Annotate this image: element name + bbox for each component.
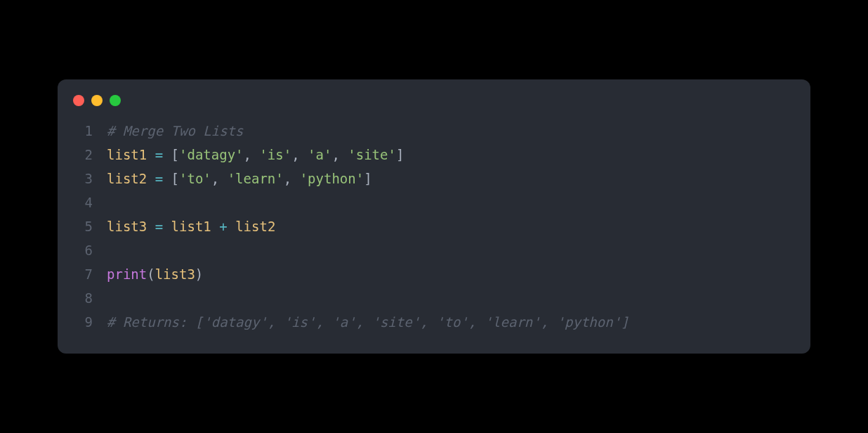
token-punct: , xyxy=(331,147,348,162)
code-line: 1# Merge Two Lists xyxy=(73,119,795,143)
maximize-icon[interactable] xyxy=(110,95,121,106)
token-paren: ( xyxy=(147,266,154,282)
token-punct: , xyxy=(211,171,228,186)
token-operator: = xyxy=(155,171,163,186)
token-string: 'datagy' xyxy=(179,147,244,162)
token-operator: = xyxy=(155,147,163,162)
line-number: 6 xyxy=(73,238,93,262)
code-content: list3 = list1 + list2 xyxy=(107,214,275,238)
code-content: # Returns: ['datagy', 'is', 'a', 'site',… xyxy=(107,310,629,334)
code-content: list2 = ['to', 'learn', 'python'] xyxy=(107,167,372,190)
line-number: 7 xyxy=(73,262,93,286)
token-bracket: [ xyxy=(171,147,179,162)
code-line: 3list2 = ['to', 'learn', 'python'] xyxy=(73,167,795,190)
token-plain xyxy=(211,219,219,234)
token-string: 'learn' xyxy=(228,171,284,186)
line-number: 4 xyxy=(73,190,93,214)
token-plain xyxy=(228,219,235,234)
code-window: 1# Merge Two Lists2list1 = ['datagy', 'i… xyxy=(58,79,810,354)
token-paren: ) xyxy=(195,266,203,282)
token-bracket: ] xyxy=(364,171,371,186)
token-operator: + xyxy=(219,219,227,234)
window-titlebar xyxy=(58,79,810,119)
code-line: 6 xyxy=(73,238,795,262)
code-line: 2list1 = ['datagy', 'is', 'a', 'site'] xyxy=(73,143,795,167)
token-variable: list1 xyxy=(107,147,147,162)
token-string: 'site' xyxy=(348,147,396,162)
token-plain xyxy=(147,171,154,186)
token-function: print xyxy=(107,266,147,282)
token-plain xyxy=(163,147,171,162)
token-punct: , xyxy=(284,171,300,186)
code-content: list1 = ['datagy', 'is', 'a', 'site'] xyxy=(107,143,404,167)
code-line: 4 xyxy=(73,190,795,214)
line-number: 3 xyxy=(73,167,93,190)
line-number: 5 xyxy=(73,214,93,238)
token-comment: # Merge Two Lists xyxy=(107,123,243,138)
line-number: 9 xyxy=(73,310,93,334)
token-string: 'is' xyxy=(259,147,291,162)
token-plain xyxy=(163,171,171,186)
token-variable: list3 xyxy=(107,219,147,234)
token-comment: # Returns: ['datagy', 'is', 'a', 'site',… xyxy=(107,314,629,330)
line-number: 8 xyxy=(73,286,93,310)
code-line: 9# Returns: ['datagy', 'is', 'a', 'site'… xyxy=(73,310,795,334)
token-plain xyxy=(147,219,154,234)
token-string: 'to' xyxy=(179,171,211,186)
close-icon[interactable] xyxy=(73,95,84,106)
code-area: 1# Merge Two Lists2list1 = ['datagy', 'i… xyxy=(58,119,810,334)
token-plain xyxy=(147,147,154,162)
code-content: print(list3) xyxy=(107,262,203,286)
code-line: 8 xyxy=(73,286,795,310)
code-line: 7print(list3) xyxy=(73,262,795,286)
token-variable: list1 xyxy=(171,219,211,234)
minimize-icon[interactable] xyxy=(91,95,103,106)
code-content: # Merge Two Lists xyxy=(107,119,243,143)
code-line: 5list3 = list1 + list2 xyxy=(73,214,795,238)
token-variable: list3 xyxy=(155,266,195,282)
line-number: 1 xyxy=(73,119,93,143)
token-variable: list2 xyxy=(107,171,147,186)
token-string: 'python' xyxy=(300,171,364,186)
token-bracket: ] xyxy=(396,147,404,162)
token-operator: = xyxy=(155,219,163,234)
token-punct: , xyxy=(291,147,308,162)
line-number: 2 xyxy=(73,143,93,167)
token-plain xyxy=(163,219,171,234)
token-punct: , xyxy=(244,147,260,162)
token-bracket: [ xyxy=(171,171,179,186)
token-variable: list2 xyxy=(235,219,275,234)
token-string: 'a' xyxy=(308,147,331,162)
